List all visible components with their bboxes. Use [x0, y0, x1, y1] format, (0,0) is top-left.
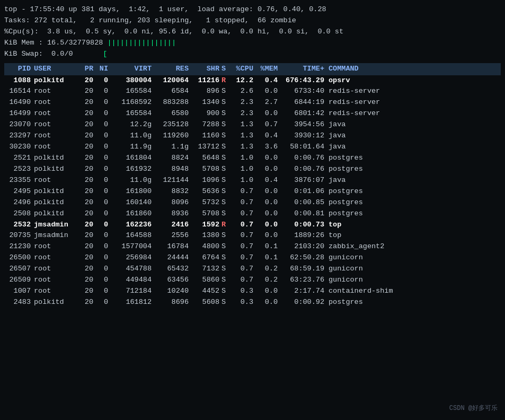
table-row: 2523 polkitd 20 0 161932 8948 5708 S 1.0… [4, 164, 501, 175]
cell-cpu: 2.6 [231, 86, 256, 97]
cell-pid: 2508 [6, 208, 34, 220]
table-row: 23070 root 20 0 12.2g 235128 7288 S 1.3 … [4, 119, 501, 130]
table-row: 20735 jmsadmin 20 0 164588 2556 1380 S 0… [4, 230, 501, 241]
cell-virt: 164588 [111, 230, 155, 241]
cell-user: root [34, 175, 81, 186]
cell-user: polkitd [34, 297, 81, 308]
cell-mem: 0.0 [256, 186, 281, 197]
table-row: 2532 jmsadmin 20 0 162236 2416 1592 R 0.… [4, 220, 501, 231]
cell-pr: 20 [81, 75, 96, 86]
cell-ni: 0 [96, 175, 111, 186]
col-header-shr: SHR [192, 64, 222, 75]
cell-pid: 23355 [6, 175, 34, 186]
cell-ni: 0 [96, 197, 111, 208]
cell-mem: 2.7 [256, 97, 281, 108]
header-line-5: KiB Swap: 0.0/0 [ [4, 49, 501, 60]
cell-virt: 449484 [111, 275, 155, 286]
cell-ni: 0 [96, 241, 111, 252]
cell-mem: 0.0 [256, 86, 281, 97]
cell-ni: 0 [96, 264, 111, 275]
cell-pid: 2496 [6, 197, 34, 208]
cell-status: R [222, 220, 231, 231]
cell-pid: 1088 [6, 75, 34, 86]
cell-status: R [222, 75, 231, 86]
cell-user: jmsadmin [34, 220, 81, 231]
cell-time: 0:00.76 [281, 153, 329, 164]
cell-status: S [222, 208, 231, 220]
cell-user: root [34, 97, 81, 108]
cell-shr: 1340 [192, 97, 222, 108]
cell-mem: 0.4 [256, 75, 281, 86]
cell-virt: 162236 [111, 220, 155, 231]
cell-cpu: 1.3 [231, 130, 256, 142]
cell-cmd: opsrv [329, 75, 499, 86]
cell-res: 119260 [155, 130, 192, 142]
cell-status: S [222, 164, 231, 175]
cell-shr: 6764 [192, 252, 222, 264]
cell-user: root [34, 142, 81, 153]
cell-user: root [34, 241, 81, 252]
cell-status: S [222, 175, 231, 186]
cell-pid: 21230 [6, 241, 34, 252]
process-table: 1088 polkitd 20 0 380004 120064 11216 R … [4, 75, 501, 308]
cell-ni: 0 [96, 252, 111, 264]
cell-user: root [34, 86, 81, 97]
cell-status: S [222, 297, 231, 308]
cell-time: 6733:40 [281, 86, 329, 97]
cell-time: 63:23.76 [281, 275, 329, 286]
cell-status: S [222, 275, 231, 286]
cell-shr: 5636 [192, 186, 222, 197]
cell-user: jmsadmin [34, 230, 81, 241]
col-header-pid: PID [6, 64, 34, 75]
cell-shr: 1160 [192, 130, 222, 142]
cell-shr: 5708 [192, 208, 222, 220]
cell-pr: 20 [81, 297, 96, 308]
cell-pid: 23297 [6, 130, 34, 142]
cell-res: 8936 [155, 208, 192, 220]
cell-cmd: postgres [329, 208, 499, 220]
col-header-res: RES [155, 64, 192, 75]
cell-shr: 7288 [192, 119, 222, 130]
cell-user: polkitd [34, 197, 81, 208]
cell-time: 3876:07 [281, 175, 329, 186]
cell-pid: 2523 [6, 164, 34, 175]
cell-pr: 20 [81, 186, 96, 197]
cell-cpu: 0.7 [231, 230, 256, 241]
cell-cmd: postgres [329, 186, 499, 197]
cell-time: 2103:20 [281, 241, 329, 252]
cell-cmd: postgres [329, 297, 499, 308]
cell-pr: 20 [81, 97, 96, 108]
cell-time: 58:01.64 [281, 142, 329, 153]
cell-virt: 11.9g [111, 142, 155, 153]
cell-pid: 20735 [6, 230, 34, 241]
cell-pr: 20 [81, 119, 96, 130]
cell-res: 65432 [155, 264, 192, 275]
cell-pr: 20 [81, 86, 96, 97]
cell-pid: 23070 [6, 119, 34, 130]
cell-time: 3954:56 [281, 119, 329, 130]
cell-virt: 712184 [111, 286, 155, 297]
cell-cpu: 0.7 [231, 220, 256, 231]
cell-pid: 1007 [6, 286, 34, 297]
cell-cpu: 0.7 [231, 241, 256, 252]
header-line-4: KiB Mem : 16.5/32779828 |||||||||||||||| [4, 38, 501, 49]
cell-cpu: 0.7 [231, 264, 256, 275]
col-header-ni: NI [96, 64, 111, 75]
cell-res: 121144 [155, 175, 192, 186]
cell-pr: 20 [81, 108, 96, 119]
cell-user: polkitd [34, 186, 81, 197]
cell-res: 8696 [155, 297, 192, 308]
cell-res: 8824 [155, 153, 192, 164]
cell-cpu: 1.3 [231, 119, 256, 130]
table-row: 26507 root 20 0 454788 65432 7132 S 0.7 … [4, 264, 501, 275]
cell-status: S [222, 97, 231, 108]
table-row: 21230 root 20 0 1577004 16784 4800 S 0.7… [4, 241, 501, 252]
cell-status: S [222, 252, 231, 264]
cell-pr: 20 [81, 164, 96, 175]
cell-ni: 0 [96, 75, 111, 86]
header-section: top - 17:55:40 up 381 days, 1:42, 1 user… [4, 3, 501, 61]
table-row: 26509 root 20 0 449484 63456 5860 S 0.7 … [4, 275, 501, 286]
cell-cpu: 1.0 [231, 175, 256, 186]
terminal: top - 17:55:40 up 381 days, 1:42, 1 user… [0, 0, 505, 420]
cell-res: 6580 [155, 108, 192, 119]
